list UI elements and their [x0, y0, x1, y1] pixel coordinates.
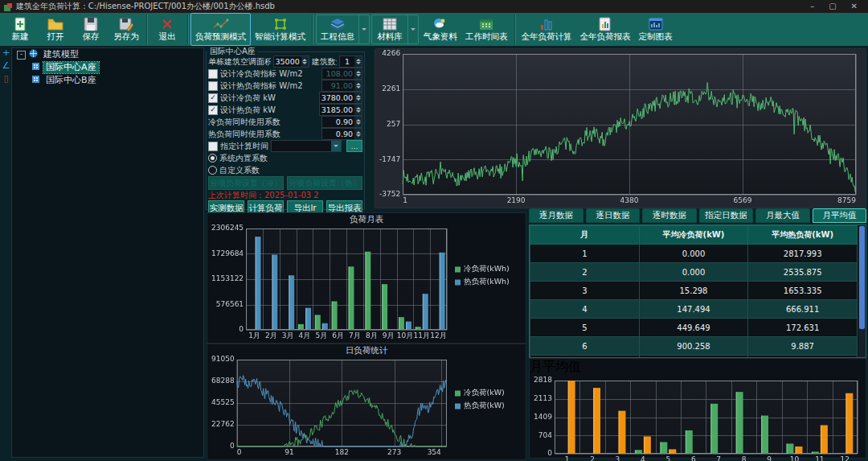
toolbar-separator	[312, 14, 313, 44]
annual-report-button[interactable]: 全年负荷报表	[576, 13, 635, 46]
toolbar-button-label: 全年负荷计算	[522, 31, 572, 43]
tab-5[interactable]: 月平均值	[813, 208, 867, 223]
spinner-arrows-icon[interactable]	[354, 93, 362, 103]
form-row: 设计冷负荷指标 W/m2108.00	[208, 68, 362, 80]
spinner-arrows-icon[interactable]	[354, 56, 362, 67]
work-schedule-button[interactable]: 工作时间表	[461, 13, 512, 46]
table-cell: 4	[530, 300, 640, 319]
daily-chart-title: 日负荷统计	[207, 344, 526, 355]
tree-item-label[interactable]: 国际中心A座	[43, 62, 99, 73]
building-count-input[interactable]: 1	[339, 56, 362, 68]
annual-calc-button[interactable]: 全年负荷计算	[518, 13, 576, 46]
area-label: 单栋建筑空调面积 m2	[208, 56, 271, 68]
table-row[interactable]: 315.2981653.335	[530, 282, 858, 300]
table-scrollbar[interactable]	[858, 225, 866, 357]
table-cell: 2817.993	[748, 245, 858, 263]
value-spinner[interactable]: 3185.00	[319, 104, 362, 116]
toolbar-button-label: 另存为	[113, 31, 139, 43]
tree-root[interactable]: - 建筑模型	[12, 48, 203, 61]
form-row: 热负荷同时使用系数0.90	[208, 128, 362, 140]
tab-4[interactable]: 月最大值	[755, 208, 810, 223]
add-icon[interactable]: +	[2, 48, 10, 58]
table-row[interactable]: 6900.2589.887	[530, 337, 858, 356]
spinner-arrows-icon[interactable]	[354, 129, 362, 139]
checkbox[interactable]	[208, 81, 218, 91]
tab-0[interactable]: 逐月数据	[529, 208, 583, 223]
new-document-button[interactable]: 新建	[2, 13, 38, 46]
toolbar-button-label: 退出	[159, 31, 176, 43]
minimize-button[interactable]: –	[810, 0, 814, 13]
close-button[interactable]: ✕	[851, 0, 858, 13]
tab-3[interactable]: 指定日数据	[699, 208, 754, 223]
material-library-icon	[383, 16, 397, 31]
spinner-arrows-icon[interactable]	[354, 117, 362, 127]
tree-item-label[interactable]: 国际中心B座	[43, 75, 99, 86]
checkbox[interactable]: ✓	[208, 93, 218, 103]
exit-button[interactable]: 退出	[149, 13, 185, 46]
table-cell: 3	[530, 282, 640, 300]
save-as-button[interactable]: 另存为	[108, 13, 144, 46]
data-results-panel: 逐月数据逐日数据逐时数据指定日数据月最大值月平均值 月平均冷负荷(kW)平均热负…	[529, 208, 866, 459]
table-row[interactable]: 10.0002817.993	[530, 245, 858, 263]
toolbar-button-label: 材料库	[377, 31, 403, 43]
spinner-arrows-icon[interactable]	[354, 80, 362, 91]
calc-time-checkbox[interactable]	[208, 142, 218, 151]
value-spinner[interactable]: 0.90	[321, 128, 362, 140]
smart-calc-button[interactable]: 智能计算模式	[251, 13, 309, 46]
table-scrollbar-thumb[interactable]	[859, 226, 865, 329]
value-spinner[interactable]: 108.00	[321, 68, 362, 80]
avg-chart-title: 月平均值	[530, 359, 866, 376]
weather-data-button[interactable]: 气象资料	[420, 13, 461, 46]
area-input[interactable]: 35000	[273, 56, 309, 68]
tree-item[interactable]: 国际中心B座	[12, 74, 203, 87]
toolbar: 新建打开保存另存为退出负荷预测模式智能计算模式工程信息材料库气象资料工作时间表全…	[0, 13, 868, 47]
tab-2[interactable]: 逐时数据	[642, 208, 697, 223]
checkbox[interactable]: ✓	[208, 105, 218, 115]
tree-item[interactable]: 国际中心A座	[12, 61, 203, 74]
checkbox[interactable]	[208, 69, 218, 79]
builtin-coef-row: 系统内置系数	[208, 152, 362, 164]
calc-time-row: 指定计算时间 …	[208, 140, 362, 152]
project-info-button[interactable]: 工程信息	[317, 15, 358, 43]
table-column-header: 月	[530, 226, 640, 245]
builtin-coef-radio[interactable]	[208, 154, 217, 163]
monthly-load-chart-panel: 负荷月表	[207, 212, 526, 344]
toolbar-separator	[146, 14, 147, 44]
delete-icon[interactable]: ▯	[2, 74, 10, 84]
calc-time-select[interactable]	[271, 140, 342, 152]
value-spinner[interactable]: 3780.00	[319, 92, 362, 104]
table-cell: 5	[530, 319, 640, 337]
calc-time-browse-button[interactable]: …	[346, 140, 362, 152]
open-folder-icon	[47, 16, 63, 31]
table-row[interactable]: 20.0002535.875	[530, 263, 858, 282]
value-spinner[interactable]: 91.00	[321, 80, 362, 92]
tree-root-label[interactable]: 建筑模型	[41, 49, 81, 60]
monthly-average-chart	[530, 376, 866, 461]
component-load-settings-button: 分项负荷设置（热）	[287, 176, 362, 190]
custom-chart-button[interactable]: 定制图表	[635, 13, 677, 46]
expander-icon[interactable]: -	[17, 51, 26, 60]
window-title: 建筑全年负荷计算 : C:/Hisense-PROJECT/001办公楼/001…	[16, 1, 275, 12]
monthly-average-table: 月平均冷负荷(kW)平均热负荷(kW)10.0002817.99320.0002…	[529, 224, 866, 358]
tab-1[interactable]: 逐日数据	[586, 208, 641, 223]
edit-icon[interactable]: ∠	[2, 61, 10, 71]
forecast-mode-button[interactable]: 负荷预测模式	[190, 13, 251, 46]
save-button[interactable]: 保存	[73, 13, 108, 46]
dropdown-arrow-icon[interactable]	[358, 15, 369, 43]
maximize-button[interactable]: ▢	[829, 0, 836, 13]
material-library-button[interactable]: 材料库	[372, 15, 407, 43]
building-model-tree: - 建筑模型 国际中心A座国际中心B座	[11, 47, 204, 458]
toolbar-separator	[514, 14, 515, 44]
value-spinner[interactable]: 0.90	[321, 116, 362, 128]
open-folder-button[interactable]: 打开	[38, 13, 73, 46]
dropdown-arrow-icon[interactable]	[407, 15, 418, 43]
table-row[interactable]: 5449.649172.631	[530, 319, 858, 337]
spinner-arrows-icon[interactable]	[301, 56, 309, 67]
spinner-arrows-icon[interactable]	[354, 68, 362, 79]
toolbar-button-label: 全年负荷报表	[580, 31, 631, 43]
dropdown-arrow-icon[interactable]	[331, 141, 341, 151]
table-row[interactable]: 4147.494666.911	[530, 300, 858, 319]
annual-calc-icon	[539, 16, 554, 31]
spinner-arrows-icon[interactable]	[354, 105, 362, 115]
custom-coef-radio[interactable]	[208, 166, 217, 175]
